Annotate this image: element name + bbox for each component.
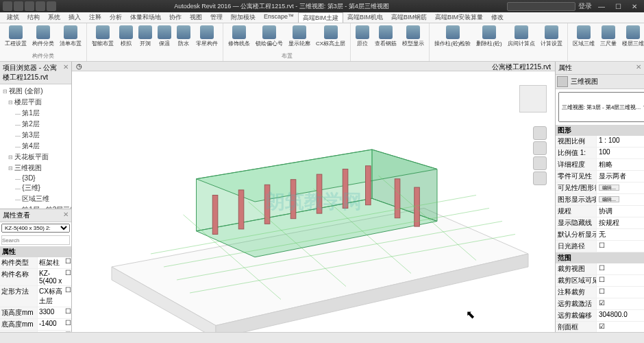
ribbon-tab[interactable]: 建筑 — [3, 12, 23, 23]
prop-row[interactable]: 构件类型框架柱☐ — [0, 257, 71, 269]
ribbon-tab[interactable]: 协作 — [165, 12, 186, 23]
ribbon-button[interactable]: 防水 — [175, 25, 193, 48]
ribbon-tab[interactable]: 注释 — [85, 12, 106, 23]
properties-grid[interactable]: 图形视图比例1 : 100比例值 1:100详细程度粗略零件可见性显示两者可见性… — [556, 125, 644, 332]
minimize-button[interactable]: — — [595, 1, 608, 11]
prop-row[interactable]: 构件名称KZ-5(400 x☐ — [0, 269, 71, 286]
3d-view-canvas[interactable]: 朗筑教学网 ⬉ — [72, 71, 555, 332]
svg-rect-7 — [212, 196, 218, 235]
qat-redo[interactable] — [47, 1, 56, 11]
qat-open[interactable] — [14, 1, 23, 11]
prop-row[interactable]: 顶高度mm3300☐ — [0, 307, 71, 319]
prop-row[interactable]: 日光路径☐ — [556, 241, 644, 252]
ribbon-button[interactable]: 清单布置 — [58, 25, 84, 48]
ribbon-button[interactable]: 三尺量 — [598, 25, 619, 48]
ribbon-button[interactable]: 零星构件 — [194, 25, 220, 48]
prop-row[interactable]: 图形显示选项编辑... — [556, 194, 644, 206]
login-link[interactable]: 登录 — [578, 1, 592, 11]
prop-edit-button[interactable]: 编辑... — [599, 185, 619, 191]
qat-save[interactable] — [25, 1, 34, 11]
close-button[interactable]: ✕ — [628, 1, 641, 11]
prop-row[interactable]: 默认分析显示样式无 — [556, 229, 644, 241]
view-tab-label[interactable]: 公寓楼工程1215.rvt — [492, 62, 551, 70]
prop-row[interactable]: 远剪裁激活☑ — [556, 298, 644, 310]
ribbon-button[interactable]: 删除柱(砼) — [474, 25, 504, 48]
qat-undo[interactable] — [36, 1, 45, 11]
ribbon-tab[interactable]: 结构 — [23, 12, 44, 23]
ribbon-tab[interactable]: 体量和场地 — [126, 12, 165, 23]
ribbon-tab[interactable]: 附加模块 — [227, 12, 260, 23]
ribbon-button[interactable]: 修饰线条 — [226, 25, 252, 48]
prop-row[interactable]: 定形方法CX标高土层☐ — [0, 286, 71, 307]
ribbon-button[interactable]: 模型显示 — [400, 25, 426, 48]
prop-row[interactable]: 可见性/图形替换编辑... — [556, 182, 644, 194]
tree-item[interactable]: 第1层 — [1, 108, 70, 119]
viewport[interactable]: ◷ 公寓楼工程1215.rvt — [72, 62, 555, 332]
ribbon-icon — [324, 25, 338, 39]
prop-row[interactable]: 比例值 1:100 — [556, 147, 644, 159]
ribbon-tab[interactable]: 修改 — [487, 12, 508, 23]
prop-row[interactable]: 远剪裁偏移304800.0 — [556, 310, 644, 322]
tree-item[interactable]: 三维视图 — [1, 163, 70, 174]
ribbon-tab[interactable]: 插入 — [64, 12, 85, 23]
project-tree[interactable]: 视图 (全部)楼层平面第1层第2层第3层第4层天花板平面三维视图{3D}{三维}… — [0, 84, 71, 209]
tree-item[interactable]: 第3层 — [1, 130, 70, 141]
ribbon-tab[interactable]: 分析 — [106, 12, 126, 23]
ribbon-tab[interactable]: 视图 — [186, 12, 206, 23]
ribbon-tab[interactable]: 高端BIM机电 — [343, 12, 387, 23]
nav-bar[interactable] — [533, 126, 547, 187]
prop-row[interactable]: 视图比例1 : 100 — [556, 136, 644, 147]
ribbon-button[interactable]: 锁绘偏心号 — [253, 25, 285, 48]
ribbon-button[interactable]: 楼层三维 — [620, 25, 644, 48]
prop-row[interactable]: 底高度mm-1400☐ — [0, 319, 71, 331]
project-browser-close-icon[interactable]: ✕ — [63, 63, 69, 82]
prop-row[interactable]: 显示隐藏线按规程 — [556, 217, 644, 229]
properties-close-icon[interactable]: ✕ — [636, 63, 641, 73]
ribbon-button[interactable]: 工程设置 — [3, 25, 29, 48]
ribbon-button[interactable]: 显示轮廓 — [286, 25, 312, 48]
tree-item[interactable]: 视图 (全部) — [1, 86, 70, 97]
ribbon-button[interactable]: 智能布置 — [90, 25, 116, 48]
ribbon-button[interactable]: 保温 — [156, 25, 173, 48]
ribbon-button[interactable]: 开洞 — [136, 25, 154, 48]
prop-row[interactable]: 裁剪视图☐ — [556, 263, 644, 275]
tree-item[interactable]: 第4层 — [1, 141, 70, 152]
ribbon-tab[interactable]: 高端BIM安装算量 — [431, 12, 487, 23]
tree-item[interactable]: {3D} — [1, 174, 70, 182]
prop-row[interactable]: 剖面框☑ — [556, 322, 644, 332]
ribbon-button[interactable]: 计算设置 — [538, 25, 565, 48]
prop-row[interactable]: 注释裁剪☐ — [556, 287, 644, 298]
ribbon-tab[interactable]: 高端BIM土建 — [298, 12, 343, 23]
ribbon-tab[interactable]: 高端BIM钢筋 — [387, 12, 431, 23]
ribbon-button[interactable]: 模拟 — [117, 25, 135, 48]
element-type-select[interactable]: KZ-5(400 x 350) 2: — [1, 224, 70, 233]
ribbon-button[interactable]: CX标高土层 — [314, 25, 347, 48]
prop-edit-button[interactable]: 编辑... — [599, 196, 619, 202]
prop-row[interactable]: 零件可见性显示两者 — [556, 171, 644, 182]
ribbon-button[interactable]: 查看钢筋 — [373, 25, 399, 48]
instance-props-table[interactable]: 属性构件类型框架柱☐构件名称KZ-5(400 x☐定形方法CX标高土层☐顶高度m… — [0, 246, 71, 332]
ribbon-tab[interactable]: 管理 — [206, 12, 227, 23]
ribbon-button[interactable]: 房间计算点 — [506, 25, 537, 48]
app-title: Autodesk Revit 2016 — 公寓楼工程1215.rvt - 三维… — [56, 2, 507, 11]
view-cube[interactable] — [519, 85, 547, 113]
ribbon-tab[interactable]: 系统 — [44, 12, 64, 23]
prop-row[interactable]: 详细程度粗略 — [556, 159, 644, 171]
tree-item[interactable]: 楼层平面 — [1, 97, 70, 108]
help-search-input[interactable] — [507, 2, 575, 11]
tree-item[interactable]: 第2层 — [1, 119, 70, 130]
ribbon-tab[interactable]: Enscape™ — [260, 12, 298, 23]
props-search-input[interactable] — [1, 235, 70, 245]
instance-props-close-icon[interactable]: ✕ — [63, 211, 69, 220]
ribbon-button[interactable]: 区域三维 — [571, 25, 597, 48]
tree-item[interactable]: 区域三维 — [1, 193, 70, 204]
prop-row[interactable]: 裁剪区域可见☐ — [556, 275, 644, 287]
view-instance-select[interactable]: 三维视图: 第3层 - 第4层三维视... — [558, 92, 644, 122]
ribbon-button[interactable]: 原位 — [354, 25, 371, 48]
ribbon-button[interactable]: 操作柱(砼)检验 — [432, 25, 473, 48]
tree-item[interactable]: {三维} — [1, 182, 70, 193]
maximize-button[interactable]: ☐ — [611, 1, 625, 11]
prop-row[interactable]: 规程协调 — [556, 206, 644, 217]
ribbon-button[interactable]: 构件分类 — [30, 25, 56, 48]
tree-item[interactable]: 天花板平面 — [1, 152, 70, 163]
